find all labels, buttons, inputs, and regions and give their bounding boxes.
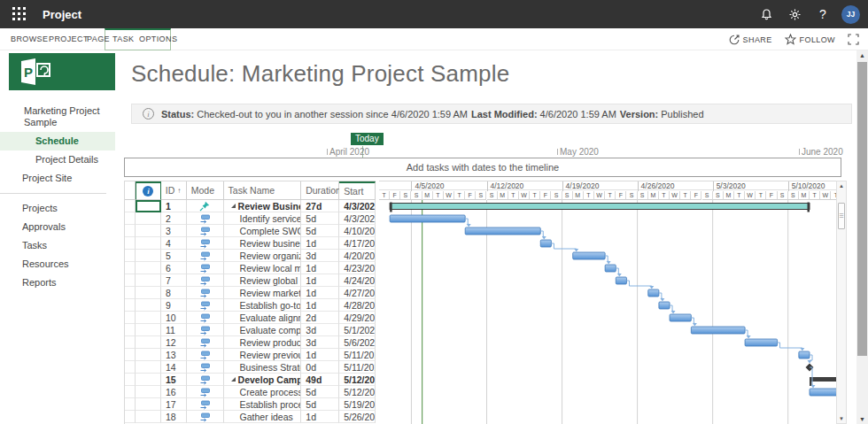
task-row-18[interactable]: 18Gather ideas1d5/26/2020 [125, 411, 376, 423]
id-cell[interactable]: 6 [161, 262, 187, 274]
info-cell[interactable] [136, 225, 161, 237]
focus-mode-button[interactable] [848, 34, 859, 45]
info-cell[interactable] [136, 361, 161, 374]
start-cell[interactable]: 4/20/2020 [339, 250, 376, 262]
duration-column-header[interactable]: Duration [301, 181, 339, 200]
id-cell[interactable]: 7 [161, 274, 187, 287]
mode-cell[interactable] [187, 324, 224, 336]
duration-cell[interactable]: 3d [301, 324, 339, 336]
id-cell[interactable]: 2 [161, 212, 187, 225]
duration-cell[interactable]: 1d [301, 274, 339, 287]
sidebar-item-project-details[interactable]: Project Details [0, 150, 115, 169]
sidebar-item-reports[interactable]: Reports [0, 274, 115, 292]
row-selector[interactable] [125, 398, 136, 411]
page-scroll-up-arrow[interactable]: ▲ [856, 52, 868, 58]
ribbon-tab-project[interactable]: PROJECT [49, 28, 89, 50]
sidebar-item-approvals[interactable]: Approvals [0, 218, 115, 236]
duration-cell[interactable]: 5d [301, 212, 339, 225]
mode-column-header[interactable]: Mode [187, 181, 224, 200]
gantt-scroll-thumb[interactable]: ☰ [838, 203, 845, 229]
task-row-5[interactable]: 5Review organizatio3d4/20/2020 [125, 250, 376, 262]
start-cell[interactable]: 5/11/2020 [339, 349, 376, 361]
id-cell[interactable]: 9 [161, 299, 187, 312]
start-cell[interactable]: 5/12/2020 [339, 386, 376, 398]
row-selector[interactable] [125, 312, 136, 324]
sidebar-item-projects[interactable]: Projects [0, 199, 115, 218]
start-column-header[interactable]: Start [339, 181, 376, 200]
task-name-cell[interactable]: Business Strategy l [224, 361, 302, 374]
task-name-cell[interactable]: Evaluate competiti [224, 324, 302, 336]
row-selector[interactable] [125, 287, 136, 299]
timeline-today-badge[interactable]: Today [351, 133, 384, 145]
row-selector-header[interactable] [125, 181, 136, 200]
row-selector[interactable] [125, 349, 136, 361]
row-selector[interactable] [125, 225, 136, 237]
share-button[interactable]: SHARE [729, 35, 772, 45]
task-row-12[interactable]: 12Review product an3d5/6/2020 [125, 336, 376, 349]
duration-cell[interactable]: 1d [301, 299, 339, 312]
follow-button[interactable]: FOLLOW [785, 34, 835, 45]
duration-cell[interactable]: 1d [301, 287, 339, 299]
gantt-scroll-up-arrow[interactable]: ▲ [837, 183, 846, 189]
start-cell[interactable]: 4/3/2020 [339, 212, 376, 225]
task-row-17[interactable]: 17Establish process f5d5/19/2020 [125, 398, 376, 411]
start-cell[interactable]: 4/24/2020 [339, 274, 376, 287]
task-name-cell[interactable]: Review Business Str [224, 200, 302, 212]
id-cell[interactable]: 8 [161, 287, 187, 299]
task-row-1[interactable]: 1Review Business Str27d4/3/2020 [125, 200, 376, 212]
task-name-cell[interactable]: Review marketing [224, 287, 302, 299]
gantt-week-header[interactable]: 4/5/20204/12/20204/19/20204/26/20205/3/2… [379, 181, 836, 190]
task-row-16[interactable]: 16Create process for5d5/12/2020 [125, 386, 376, 398]
task-name-cell[interactable]: Review business m [224, 237, 302, 250]
id-cell[interactable]: 15 [161, 374, 187, 386]
settings-gear-icon[interactable] [780, 0, 809, 28]
row-selector[interactable] [125, 299, 136, 312]
id-cell[interactable]: 18 [161, 411, 187, 423]
mode-cell[interactable] [187, 411, 224, 423]
id-cell[interactable]: 1 [161, 200, 187, 212]
task-name-column-header[interactable]: Task Name [224, 181, 302, 200]
duration-cell[interactable]: 5d [301, 398, 339, 411]
id-cell[interactable]: 13 [161, 349, 187, 361]
start-cell[interactable]: 4/3/2020 [339, 200, 376, 212]
gantt-scroll-down-arrow[interactable]: ▼ [837, 416, 846, 421]
ribbon-tab-options[interactable]: OPTIONS [139, 28, 177, 50]
info-cell[interactable] [136, 374, 161, 386]
mode-cell[interactable] [187, 361, 224, 374]
duration-cell[interactable]: 3d [301, 250, 339, 262]
start-cell[interactable]: 5/6/2020 [339, 336, 376, 349]
duration-cell[interactable]: 1d [301, 411, 339, 423]
duration-cell[interactable]: 1d [301, 349, 339, 361]
info-cell[interactable] [136, 299, 161, 312]
task-row-15[interactable]: 15Develop Campaign49d5/12/2020 [125, 374, 376, 386]
id-cell[interactable]: 14 [161, 361, 187, 374]
id-cell[interactable]: 11 [161, 324, 187, 336]
gantt-chart[interactable] [379, 200, 836, 424]
app-launcher-waffle-icon[interactable] [12, 7, 27, 21]
start-cell[interactable]: 5/12/2020 [339, 374, 376, 386]
task-row-8[interactable]: 8Review marketing1d4/27/2020 [125, 287, 376, 299]
task-name-cell[interactable]: Complete SWOT an [224, 225, 302, 237]
notifications-bell-icon[interactable] [752, 0, 780, 28]
mode-cell[interactable] [187, 386, 224, 398]
sidebar-item-schedule[interactable]: Schedule [0, 132, 115, 150]
mode-cell[interactable] [187, 200, 224, 212]
task-row-11[interactable]: 11Evaluate competiti3d5/1/2020 [125, 324, 376, 336]
ribbon-tab-browse[interactable]: BROWSE [11, 28, 48, 50]
duration-cell[interactable]: 49d [301, 374, 339, 386]
start-cell[interactable]: 4/28/2020 [339, 299, 376, 312]
sidebar-item-project-site[interactable]: Project Site [0, 169, 115, 188]
mode-cell[interactable] [187, 287, 224, 299]
row-selector[interactable] [125, 374, 136, 386]
task-row-2[interactable]: 2Identify service/pro5d4/3/2020 [125, 212, 376, 225]
start-cell[interactable]: 4/29/2020 [339, 312, 376, 324]
duration-cell[interactable]: 5d [301, 225, 339, 237]
project-logo[interactable]: P [9, 53, 115, 90]
info-cell[interactable] [136, 212, 161, 225]
task-name-cell[interactable]: Review global mar [224, 274, 302, 287]
info-cell[interactable] [136, 398, 161, 411]
duration-cell[interactable]: 5d [301, 386, 339, 398]
row-selector[interactable] [125, 361, 136, 374]
duration-cell[interactable]: 1d [301, 262, 339, 274]
start-cell[interactable]: 4/10/2020 [339, 225, 376, 237]
